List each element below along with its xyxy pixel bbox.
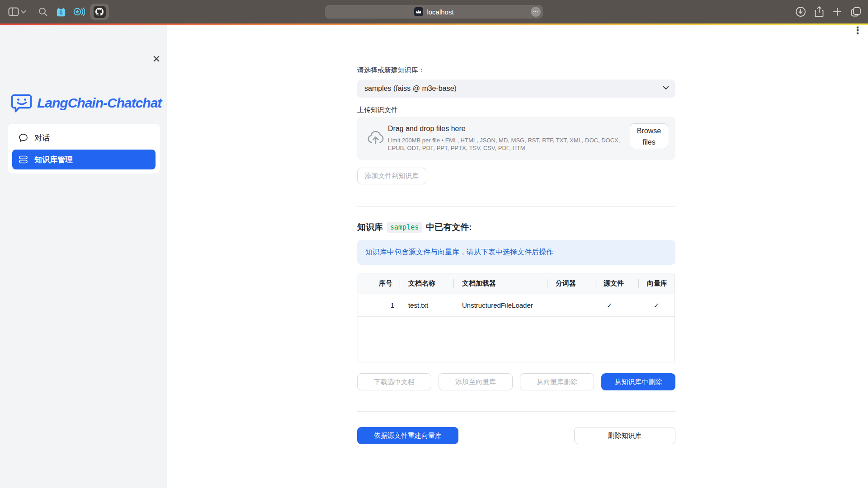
upload-label: 上传知识文件: [357, 106, 398, 114]
chat-bubble-logo-icon: [11, 93, 33, 113]
column-header[interactable]: 分词器: [547, 273, 595, 294]
download-selected-button[interactable]: 下载选中文档: [357, 373, 431, 390]
file-dropzone[interactable]: Drag and drop files here Limit 200MB per…: [357, 117, 675, 160]
github-extension-button[interactable]: [90, 4, 109, 20]
sidebar: ✕ LangChain-Chatchat 对话: [0, 25, 167, 488]
column-header[interactable]: 序号: [358, 273, 400, 294]
url-text: localhost: [427, 8, 453, 16]
delete-from-kb-button[interactable]: 从知识库中删除: [601, 373, 675, 390]
delete-kb-button[interactable]: 删除知识库: [574, 427, 675, 444]
dropzone-limit-text: Limit 200MB per file • EML, HTML, JSON, …: [388, 136, 623, 152]
search-icon[interactable]: [38, 7, 48, 17]
heading-suffix: 中已有文件:: [426, 221, 472, 233]
files-table[interactable]: 序号 文档名称 文档加载器 分词器 源文件 向量库 1 test.txt Uns…: [358, 273, 675, 362]
app-logo-text: LangChain-Chatchat: [37, 95, 161, 111]
kebab-menu-icon[interactable]: ⋮: [852, 27, 863, 42]
app-window: localhost ⋯ ⋮ ✕: [0, 0, 868, 488]
info-banner: 知识库中包含源文件与向量库，请从下表中选择文件后操作: [357, 240, 675, 265]
add-files-to-kb-button[interactable]: 添加文件到知识库: [357, 168, 426, 184]
sidebar-close-icon[interactable]: ✕: [151, 53, 162, 65]
remove-from-vector-store-button[interactable]: 从向量库删除: [520, 373, 594, 390]
sidebar-item-kb-management[interactable]: 知识库管理: [12, 150, 156, 169]
column-header[interactable]: 文档加载器: [453, 273, 547, 294]
browse-files-button[interactable]: Browse files: [630, 123, 668, 149]
file-actions: 下载选中文档 添加至向量库 从向量库删除 从知识库中删除: [357, 373, 675, 390]
kb-name-code: samples: [387, 222, 422, 233]
dropzone-title: Drag and drop files here: [388, 125, 466, 133]
page-settings-icon[interactable]: ⋯: [531, 7, 541, 17]
chevron-down-icon: [663, 86, 669, 90]
cloud-upload-icon: [366, 128, 385, 147]
kb-select-value: samples (faiss @ m3e-base): [364, 84, 457, 93]
share-icon[interactable]: [814, 6, 824, 18]
divider: [357, 206, 675, 207]
cell-splitter: [547, 294, 595, 316]
divider: [357, 411, 675, 412]
column-header[interactable]: 源文件: [595, 273, 638, 294]
cell-loader: UnstructuredFileLoader: [453, 294, 547, 316]
sidebar-item-chat[interactable]: 对话: [12, 128, 156, 148]
sidebar-chevron-down-icon[interactable]: [21, 10, 26, 14]
table-row[interactable]: 1 test.txt UnstructuredFileLoader ✓ ✓: [358, 294, 675, 317]
knowledge-base-icon: [19, 155, 28, 164]
kb-select[interactable]: samples (faiss @ m3e-base): [357, 80, 675, 98]
tab-overview-icon[interactable]: [850, 6, 862, 17]
crown-favicon-icon: [414, 7, 423, 16]
app-logo: LangChain-Chatchat: [11, 93, 161, 113]
sidebar-item-label: 对话: [34, 133, 50, 143]
sidebar-toggle-icon[interactable]: [8, 7, 19, 16]
sidebar-menu: 对话 知识库管理: [8, 124, 160, 174]
kb-select-label: 请选择或新建知识库：: [357, 66, 425, 75]
column-header[interactable]: 文档名称: [400, 273, 453, 294]
column-header[interactable]: 向量库: [638, 273, 675, 294]
sidebar-item-label: 知识库管理: [34, 155, 73, 165]
existing-files-heading: 知识库 samples 中已有文件:: [357, 221, 472, 233]
extension-broadcast-icon[interactable]: [73, 6, 85, 18]
cell-vector-check: ✓: [638, 294, 675, 316]
cell-filename: test.txt: [400, 294, 453, 316]
new-tab-icon[interactable]: [832, 7, 842, 17]
browser-toolbar: localhost ⋯: [0, 0, 868, 23]
heading-prefix: 知识库: [357, 221, 383, 233]
chat-icon: [19, 133, 28, 142]
add-to-vector-store-button[interactable]: 添加至向量库: [439, 373, 513, 390]
cell-index: 1: [358, 294, 400, 316]
downloads-icon[interactable]: [795, 6, 806, 17]
extension-cat-download-icon[interactable]: [55, 6, 67, 18]
rebuild-vector-store-button[interactable]: 依据源文件重建向量库: [357, 427, 458, 444]
cell-source-check: ✓: [595, 294, 638, 316]
github-icon: [94, 6, 106, 18]
table-header-row: 序号 文档名称 文档加载器 分词器 源文件 向量库: [358, 273, 675, 294]
address-bar[interactable]: localhost ⋯: [325, 5, 543, 19]
